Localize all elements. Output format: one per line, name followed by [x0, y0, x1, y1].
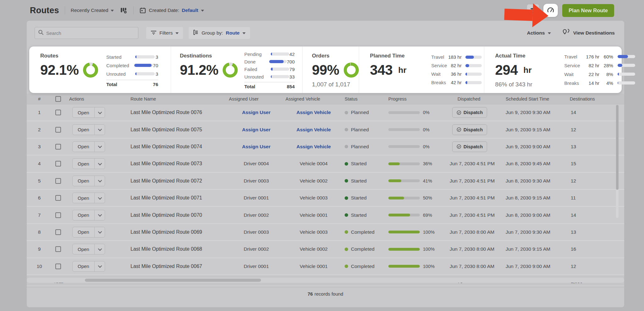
chevron-down-icon[interactable] — [95, 231, 105, 233]
stats-planned-value: 343 — [370, 62, 393, 78]
row-index: 4 — [31, 161, 47, 166]
sort-dropdown[interactable]: Recently Created — [71, 8, 114, 13]
chevron-down-icon[interactable] — [95, 145, 105, 148]
columns-gear-icon[interactable] — [119, 6, 128, 14]
horizontal-scrollbar[interactable] — [27, 278, 624, 283]
route-name: Last Mile Optimized Route 0070 — [119, 212, 228, 218]
row-checkbox[interactable] — [55, 229, 61, 235]
chevron-down-icon[interactable] — [95, 265, 105, 268]
assigned-vehicle: Vehicle 0003 — [300, 195, 328, 200]
assign-user-link[interactable]: Assign User — [242, 127, 270, 132]
status-dot — [345, 213, 348, 217]
vertical-scrollbar[interactable] — [616, 105, 619, 218]
assigned-user: Driver 0002 — [244, 246, 269, 252]
open-route-button[interactable]: Open — [72, 158, 105, 169]
destinations-count: 12 — [566, 264, 604, 269]
view-destinations-button[interactable]: View Destinations — [562, 29, 615, 37]
status-label: Started — [351, 161, 367, 166]
row-checkbox[interactable] — [55, 246, 61, 252]
display-settings-button[interactable] — [527, 4, 539, 16]
scheduled-start-time: Jun 8, 2030 9:15 AM — [503, 195, 566, 201]
table-row: 3 Open Last Mile Optimized Route 0074 As… — [27, 139, 624, 156]
row-checkbox[interactable] — [55, 127, 61, 133]
open-route-button[interactable]: Open — [72, 193, 105, 203]
status-label: Completed — [351, 264, 375, 269]
open-route-button[interactable]: Open — [72, 141, 105, 152]
progress-bar — [388, 128, 420, 131]
open-route-button[interactable]: Open — [72, 261, 105, 272]
destinations-count: 16 — [566, 246, 604, 252]
chevron-down-icon[interactable] — [95, 197, 105, 199]
status-label: Started — [351, 178, 367, 184]
progress-percent: 41% — [423, 178, 432, 183]
chevron-down-icon[interactable] — [95, 179, 105, 182]
vertical-scrollbar-thumb[interactable] — [616, 105, 619, 190]
stats-panel: Routes 92.1% Started 3 Completed 70 Unro… — [29, 46, 622, 93]
dispatched-time: Jun 7, 2030 4:51 PM — [446, 212, 495, 218]
row-checkbox[interactable] — [55, 212, 61, 218]
chevron-down-icon[interactable] — [95, 248, 105, 251]
row-checkbox[interactable] — [55, 195, 61, 201]
sort-dropdown-label: Recently Created — [71, 8, 108, 13]
open-route-button[interactable]: Open — [72, 107, 105, 118]
assign-vehicle-link[interactable]: Assign Vehicle — [297, 110, 331, 115]
stats-orders-title: Orders — [312, 53, 359, 59]
assign-vehicle-link[interactable]: Assign Vehicle — [297, 127, 331, 132]
dispatch-button[interactable]: Dispatch — [452, 107, 487, 118]
open-route-button[interactable]: Open — [72, 124, 105, 135]
legend-row: Pending 42 — [244, 50, 295, 58]
assign-user-link[interactable]: Assign User — [242, 144, 270, 149]
row-checkbox[interactable] — [55, 264, 61, 269]
table-row: 6 Open Last Mile Optimized Route 0071 Dr… — [27, 190, 624, 207]
filters-button[interactable]: Filters — [146, 27, 183, 39]
horizontal-scrollbar-thumb[interactable] — [85, 279, 261, 282]
plan-new-route-button[interactable]: Plan New Route — [562, 4, 614, 17]
row-checkbox[interactable] — [55, 161, 61, 166]
route-name: Last Mile Optimized Route 0075 — [119, 127, 228, 133]
dispatch-button[interactable]: Dispatch — [452, 124, 487, 135]
records-label: records found — [314, 291, 343, 297]
chevron-down-icon[interactable] — [95, 111, 105, 114]
row-checkbox[interactable] — [55, 110, 61, 115]
created-date-label: Created Date: — [149, 8, 179, 13]
actual-time-legend: Travel 176 hr 60% Service 82 hr 28% Wait… — [564, 52, 635, 87]
stats-orders-subtitle: 1,007 of 1,017 — [312, 81, 359, 88]
table-row: 7 Open Last Mile Optimized Route 0070 Dr… — [27, 207, 624, 224]
top-bar: Routes Recently Created — [0, 0, 644, 21]
stats-actual-title: Actual Time — [495, 53, 564, 59]
progress-percent: 0% — [423, 144, 430, 149]
open-route-button[interactable]: Open — [72, 244, 105, 254]
chevron-down-icon[interactable] — [95, 214, 105, 216]
scheduled-start-time: Jun 8, 2030 9:30 AM — [503, 178, 566, 184]
row-checkbox[interactable] — [55, 178, 61, 184]
row-checkbox[interactable] — [55, 144, 61, 150]
open-route-button[interactable]: Open — [72, 176, 105, 186]
chevron-down-icon[interactable] — [95, 128, 105, 131]
group-by-button[interactable]: Group by: Route — [189, 27, 250, 39]
legend-row: Started 3 — [106, 53, 158, 61]
legend-row: Wait 36 hr — [431, 70, 482, 78]
progress-bar — [388, 179, 420, 182]
assign-user-link[interactable]: Assign User — [242, 110, 270, 115]
assign-vehicle-link[interactable]: Assign Vehicle — [297, 144, 331, 149]
open-route-button[interactable]: Open — [72, 210, 105, 221]
records-found: 76 records found — [27, 286, 624, 302]
progress-bar — [388, 111, 420, 114]
created-date-filter[interactable]: Created Date: Default — [139, 7, 204, 14]
dashboard-toggle-button[interactable] — [543, 4, 558, 17]
route-name: Last Mile Optimized Route 0067 — [119, 264, 228, 269]
check-circle-icon — [457, 127, 461, 132]
actions-dropdown[interactable]: Actions — [527, 30, 551, 36]
assigned-user: Driver 0001 — [244, 264, 269, 269]
search-input[interactable] — [46, 30, 135, 36]
assigned-vehicle: Vehicle 0003 — [300, 229, 328, 235]
search-box[interactable] — [35, 27, 138, 39]
route-name: Last Mile Optimized Route 0072 — [119, 178, 228, 184]
table-row: 8 Open Last Mile Optimized Route 0069 Dr… — [27, 224, 624, 241]
select-all-checkbox[interactable] — [55, 96, 61, 102]
dispatch-button[interactable]: Dispatch — [452, 141, 487, 152]
open-route-button[interactable]: Open — [72, 227, 105, 237]
stats-destinations: Destinations 91.2% Pending 42 Done 700 F… — [171, 46, 302, 93]
route-name: Last Mile Optimized Route 0069 — [119, 229, 228, 235]
chevron-down-icon[interactable] — [95, 162, 105, 165]
